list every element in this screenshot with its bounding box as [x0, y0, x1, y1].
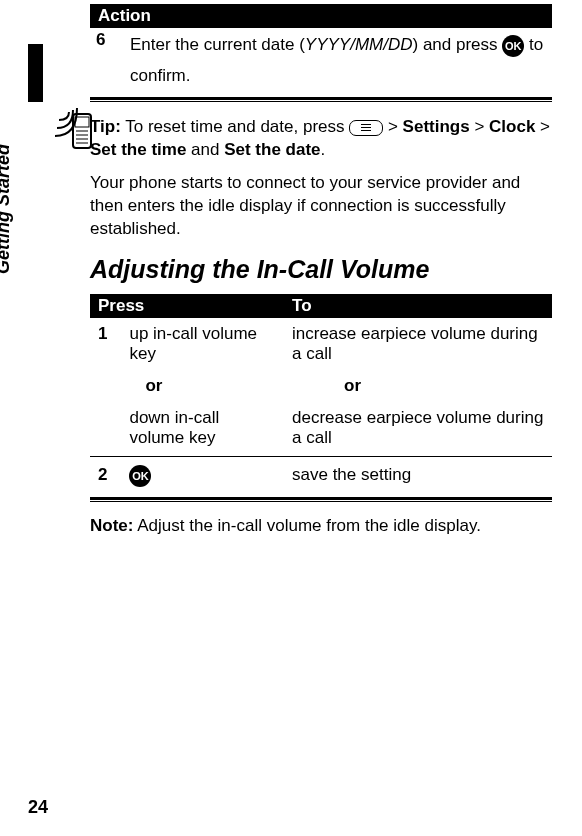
action-header: Action — [90, 4, 552, 28]
date-format: YYYY/MM/DD — [305, 35, 413, 54]
volume-header-row: Press To — [90, 294, 552, 318]
svg-rect-1 — [75, 117, 89, 127]
vol-row-1b: down in-call volume key decrease earpiec… — [90, 402, 552, 454]
volume-table: Press To 1 up in-call volume key increas… — [90, 294, 552, 493]
phone-speed-icon — [55, 104, 99, 156]
row-divider — [90, 456, 552, 457]
col-press: Press — [90, 294, 284, 318]
ok-key-icon: OK — [502, 35, 524, 57]
or-to: or — [284, 370, 552, 402]
vol-step-1: 1 — [90, 318, 121, 370]
vol-step-2: 2 — [90, 459, 121, 493]
vol-to-decrease: decrease earpiece volume during a call — [284, 402, 552, 454]
section-heading: Adjusting the In-Call Volume — [90, 255, 552, 284]
tip-paragraph: Tip: To reset time and date, press > Set… — [90, 116, 552, 162]
step-number: 6 — [90, 28, 124, 93]
vol-row-or: or or — [90, 370, 552, 402]
note-paragraph: Note: Adjust the in-call volume from the… — [90, 516, 552, 536]
and-text: and — [186, 140, 224, 159]
tip-period: . — [321, 140, 326, 159]
page-number: 24 — [28, 797, 48, 818]
set-time-menu: Set the time — [90, 140, 186, 159]
gt1: > — [383, 117, 402, 136]
settings-menu: Settings — [403, 117, 470, 136]
menu-key-icon — [349, 120, 383, 136]
vol-row-2: 2 OK save the setting — [90, 459, 552, 493]
vol-press-up: up in-call volume key — [121, 318, 284, 370]
set-date-menu: Set the date — [224, 140, 320, 159]
gt3: > — [535, 117, 550, 136]
vol-press-down: down in-call volume key — [121, 402, 284, 454]
clock-menu: Clock — [489, 117, 535, 136]
note-label: Note: — [90, 516, 133, 535]
vol-row-1a: 1 up in-call volume key increase earpiec… — [90, 318, 552, 370]
step-text-mid: ) and press — [413, 35, 503, 54]
col-to: To — [284, 294, 552, 318]
note-text: Adjust the in-call volume from the idle … — [133, 516, 480, 535]
page: Getting Started Action 6 Enter the curre… — [0, 4, 582, 836]
section-label: Getting Started — [0, 144, 14, 274]
vol-press-ok: OK — [121, 459, 284, 493]
ok-key-icon: OK — [129, 465, 151, 487]
step-text: Enter the current date (YYYY/MM/DD) and … — [124, 28, 552, 93]
table-end-rule-2 — [90, 497, 552, 502]
side-tab-marker — [28, 44, 43, 102]
or-press: or — [121, 370, 284, 402]
action-table: Action 6 Enter the current date (YYYY/MM… — [90, 4, 552, 93]
body-paragraph: Your phone starts to connect to your ser… — [90, 172, 552, 241]
gt2: > — [470, 117, 489, 136]
vol-to-increase: increase earpiece volume during a call — [284, 318, 552, 370]
vol-to-save: save the setting — [284, 459, 552, 493]
tip-text-1: To reset time and date, press — [121, 117, 349, 136]
step-text-before: Enter the current date ( — [130, 35, 305, 54]
action-step-row: 6 Enter the current date (YYYY/MM/DD) an… — [90, 28, 552, 93]
table-end-rule — [90, 97, 552, 102]
